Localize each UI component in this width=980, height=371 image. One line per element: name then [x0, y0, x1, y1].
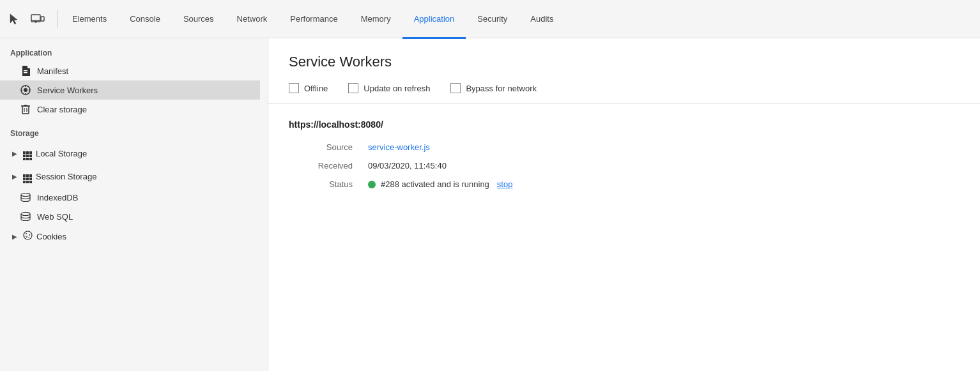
status-row: Status #288 activated and is running sto…	[289, 179, 960, 189]
sidebar-item-clear-storage-label: Clear storage	[37, 105, 87, 114]
svg-point-24	[28, 237, 29, 238]
clear-storage-icon	[20, 104, 31, 114]
bypass-for-network-checkbox-item[interactable]: Bypass for network	[450, 83, 537, 93]
sidebar-item-cookies[interactable]: ▶ Cookies	[0, 226, 260, 246]
sidebar-item-service-workers[interactable]: Service Workers	[0, 80, 260, 100]
status-label: Status	[289, 179, 353, 189]
sidebar-item-indexeddb[interactable]: IndexedDB	[0, 188, 260, 207]
bypass-for-network-checkbox[interactable]	[450, 83, 461, 93]
sidebar-item-web-sql[interactable]: Web SQL	[0, 207, 260, 226]
cookies-expand-arrow: ▶	[10, 232, 19, 241]
svg-point-23	[26, 236, 27, 238]
received-label: Received	[289, 161, 353, 170]
devtools-toolbar: Elements Console Sources Network Perform…	[0, 0, 980, 38]
web-sql-icon	[20, 211, 31, 222]
offline-checkbox-item[interactable]: Offline	[289, 83, 328, 93]
sidebar-item-cookies-label: Cookies	[36, 232, 66, 241]
svg-point-25	[24, 236, 25, 236]
sidebar-item-session-storage-label: Session Storage	[36, 172, 96, 181]
tab-network[interactable]: Network	[226, 1, 279, 39]
svg-point-21	[26, 233, 27, 234]
main-container: Application Manifest	[0, 38, 980, 371]
received-value: 09/03/2020, 11:45:40	[368, 161, 447, 170]
tab-audits[interactable]: Audits	[519, 1, 565, 39]
cookies-icon	[23, 231, 33, 242]
toolbar-icon-group	[5, 10, 58, 28]
checkboxes-row: Offline Update on refresh Bypass for net…	[289, 83, 960, 93]
sidebar-item-manifest[interactable]: Manifest	[0, 61, 260, 80]
update-on-refresh-label: Update on refresh	[364, 84, 430, 93]
sidebar-item-indexeddb-label: IndexedDB	[37, 193, 78, 202]
manifest-icon	[20, 66, 31, 76]
svg-rect-13	[22, 106, 29, 114]
update-on-refresh-checkbox-item[interactable]: Update on refresh	[348, 83, 430, 93]
sw-url: https://localhost:8080/	[289, 119, 960, 130]
svg-point-8	[24, 88, 27, 92]
tab-elements[interactable]: Elements	[61, 1, 118, 39]
session-storage-expand-arrow: ▶	[10, 172, 19, 181]
source-row: Source service-worker.js	[289, 142, 960, 152]
update-on-refresh-checkbox[interactable]	[348, 83, 358, 93]
bypass-for-network-label: Bypass for network	[466, 84, 537, 93]
session-storage-icon	[23, 169, 32, 183]
offline-label: Offline	[304, 84, 328, 93]
status-value-container: #288 activated and is running stop	[368, 179, 512, 189]
tab-sources[interactable]: Sources	[172, 1, 226, 39]
sw-entry: https://localhost:8080/ Source service-w…	[268, 104, 980, 213]
sidebar-section-application: Application	[0, 38, 260, 61]
tab-application[interactable]: Application	[402, 1, 466, 39]
source-link[interactable]: service-worker.js	[368, 142, 430, 152]
content-panel: Service Workers Offline Update on refres…	[268, 38, 980, 371]
stop-link[interactable]: stop	[497, 179, 513, 189]
content-header: Service Workers Offline Update on refres…	[268, 38, 980, 103]
content-title: Service Workers	[289, 54, 960, 70]
local-storage-icon	[23, 146, 32, 160]
status-dot	[368, 181, 376, 188]
service-workers-icon	[20, 85, 31, 95]
indexeddb-icon	[20, 192, 31, 202]
local-storage-expand-arrow: ▶	[10, 149, 19, 158]
sidebar-item-manifest-label: Manifest	[37, 66, 68, 76]
sidebar-item-local-storage-label: Local Storage	[36, 149, 87, 158]
svg-point-18	[21, 193, 30, 197]
svg-rect-1	[41, 17, 44, 21]
offline-checkbox[interactable]	[289, 83, 299, 93]
tab-memory[interactable]: Memory	[349, 1, 402, 39]
received-row: Received 09/03/2020, 11:45:40	[289, 161, 960, 170]
cursor-icon[interactable]	[5, 10, 23, 28]
devtools-tabs: Elements Console Sources Network Perform…	[61, 0, 565, 38]
svg-rect-5	[24, 70, 27, 72]
device-icon[interactable]	[28, 10, 47, 28]
svg-point-22	[29, 234, 30, 236]
sidebar-section-storage: Storage	[0, 119, 260, 142]
svg-point-19	[21, 213, 30, 216]
sidebar-item-service-workers-label: Service Workers	[37, 86, 98, 95]
status-text: #288 activated and is running	[381, 179, 489, 189]
tab-security[interactable]: Security	[466, 1, 519, 39]
svg-rect-6	[24, 72, 27, 73]
tab-performance[interactable]: Performance	[279, 1, 349, 39]
svg-point-20	[24, 231, 32, 239]
sidebar-item-web-sql-label: Web SQL	[37, 212, 73, 222]
sidebar-item-clear-storage[interactable]: Clear storage	[0, 100, 260, 119]
sidebar: Application Manifest	[0, 38, 268, 371]
sidebar-item-session-storage[interactable]: ▶ Session Storage	[0, 165, 260, 188]
sidebar-item-local-storage[interactable]: ▶ Local Storage	[0, 142, 260, 165]
source-label: Source	[289, 142, 353, 152]
tab-console[interactable]: Console	[118, 1, 172, 39]
